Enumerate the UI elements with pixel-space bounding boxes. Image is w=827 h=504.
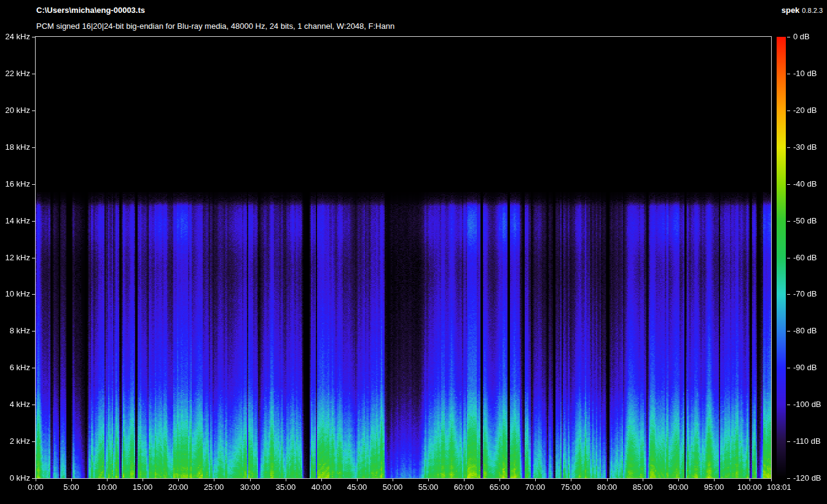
db-axis-tick — [787, 74, 790, 74]
time-axis-label: 80:00 — [589, 483, 625, 492]
freq-axis-label: 24 kHz — [0, 32, 30, 42]
time-axis-tick — [678, 479, 679, 481]
spectrogram-plot — [35, 36, 772, 479]
db-axis-tick — [787, 441, 790, 442]
freq-axis-label: 4 kHz — [0, 400, 30, 409]
freq-axis-label: 2 kHz — [0, 436, 30, 446]
time-axis-label: 75:00 — [552, 483, 589, 492]
db-axis-label: -30 dB — [793, 142, 817, 152]
db-legend — [777, 37, 786, 478]
freq-axis-label: 14 kHz — [0, 216, 30, 226]
freq-axis-label: 18 kHz — [0, 142, 30, 152]
db-axis-label: 0 dB — [793, 32, 810, 42]
time-axis-tick — [250, 479, 251, 481]
time-axis-label: 0:00 — [17, 483, 54, 492]
db-axis-tick — [787, 294, 790, 295]
time-axis-tick — [428, 479, 429, 481]
freq-axis-label: 6 kHz — [0, 363, 30, 373]
db-axis-tick — [787, 405, 790, 405]
time-axis-tick — [750, 479, 750, 481]
time-axis-tick — [143, 479, 143, 481]
time-axis-label: 25:00 — [195, 483, 232, 492]
freq-axis-label: 22 kHz — [0, 69, 30, 79]
db-axis-tick — [787, 368, 790, 368]
time-axis-tick — [714, 479, 715, 481]
time-axis-tick — [571, 479, 571, 481]
db-axis-label: -10 dB — [793, 69, 817, 79]
time-axis-label: 10:00 — [88, 483, 125, 492]
time-axis-label: 50:00 — [374, 483, 411, 492]
time-axis-tick — [36, 479, 36, 481]
db-axis-tick — [787, 331, 790, 331]
time-axis-label: 35:00 — [267, 483, 304, 492]
time-axis-tick — [107, 479, 108, 481]
time-axis-tick — [643, 479, 643, 481]
time-axis-label: 40:00 — [303, 483, 340, 492]
time-axis-label: 5:00 — [53, 483, 90, 492]
freq-axis-label: 20 kHz — [0, 106, 30, 115]
time-axis-label: 85:00 — [624, 483, 661, 492]
db-axis-label: -90 dB — [793, 363, 817, 373]
db-axis-tick — [787, 258, 790, 258]
time-axis-tick — [393, 479, 393, 481]
db-axis-label: -80 dB — [793, 326, 817, 336]
freq-axis-label: 8 kHz — [0, 326, 30, 336]
time-axis-tick — [771, 479, 772, 481]
app-brand: spek0.8.2.3 — [782, 6, 823, 15]
stream-info: PCM signed 16|20|24-bit big-endian for B… — [36, 21, 394, 31]
db-axis-tick — [787, 147, 790, 148]
freq-axis-label: 0 kHz — [0, 473, 30, 483]
freq-axis-label: 12 kHz — [0, 253, 30, 263]
time-axis-label: 65:00 — [481, 483, 518, 492]
time-axis-tick — [464, 479, 464, 481]
app-name: spek — [782, 6, 800, 15]
time-axis-tick — [535, 479, 536, 481]
time-axis-tick — [71, 479, 72, 481]
db-axis-tick — [787, 37, 790, 37]
db-axis-label: -50 dB — [793, 216, 817, 226]
time-axis-tick — [500, 479, 500, 481]
time-axis-tick — [321, 479, 322, 481]
time-axis-label: 95:00 — [696, 483, 732, 492]
time-axis-label: 103:01 — [767, 483, 804, 492]
db-axis-label: -60 dB — [793, 253, 817, 263]
db-axis-tick — [787, 221, 790, 222]
time-axis-tick — [357, 479, 358, 481]
time-axis-label: 15:00 — [124, 483, 161, 492]
app-version: 0.8.2.3 — [802, 7, 823, 14]
legend-gradient-bar — [777, 37, 786, 478]
time-axis-label: 45:00 — [339, 483, 375, 492]
db-axis-label: -20 dB — [793, 106, 817, 115]
time-axis-label: 90:00 — [660, 483, 697, 492]
db-axis-label: -70 dB — [793, 289, 817, 299]
time-axis-label: 100:00 — [731, 483, 768, 492]
freq-axis-label: 16 kHz — [0, 179, 30, 189]
db-axis-tick — [787, 110, 790, 111]
time-axis-label: 60:00 — [445, 483, 482, 492]
time-axis-tick — [214, 479, 214, 481]
time-axis-label: 20:00 — [160, 483, 197, 492]
db-axis-label: -40 dB — [793, 179, 817, 189]
freq-axis-label: 10 kHz — [0, 289, 30, 299]
time-axis-label: 30:00 — [232, 483, 268, 492]
file-path-title: C:\Users\micha\eng-00003.ts — [36, 6, 145, 15]
db-axis-label: -110 dB — [793, 436, 821, 446]
db-axis-tick — [787, 184, 790, 185]
db-axis-tick — [787, 478, 790, 479]
time-axis-tick — [286, 479, 286, 481]
db-axis-label: -120 dB — [793, 473, 821, 483]
time-axis-label: 70:00 — [517, 483, 554, 492]
db-axis-label: -100 dB — [793, 400, 821, 409]
time-axis-tick — [607, 479, 608, 481]
time-axis-label: 55:00 — [410, 483, 447, 492]
time-axis-tick — [178, 479, 179, 481]
spectrogram-canvas — [36, 37, 771, 478]
